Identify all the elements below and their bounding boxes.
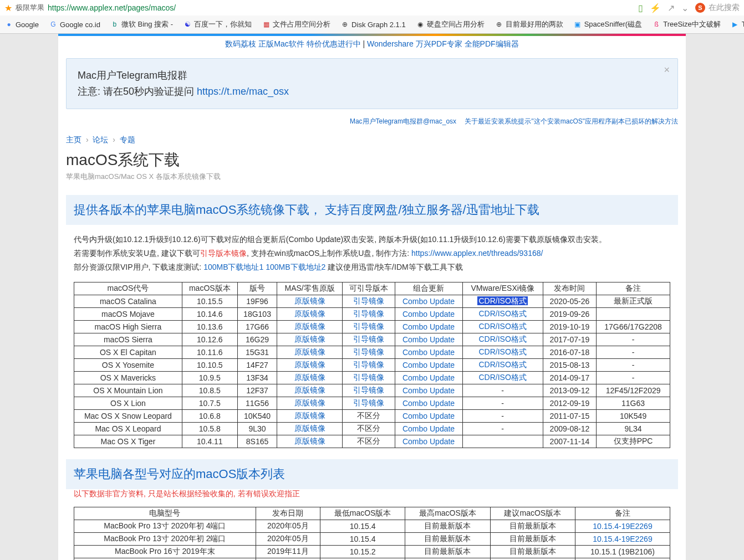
mas-link[interactable]: 原版镜像 (294, 424, 325, 433)
speed-test-1[interactable]: 100MB下载地址1 (203, 263, 263, 271)
combo-link[interactable]: Combo Update (402, 322, 455, 331)
combo-link[interactable]: Combo Update (402, 386, 455, 395)
boot-link[interactable]: 引导镜像 (353, 398, 384, 407)
combo-link[interactable]: Combo Update (402, 361, 455, 369)
bookmark-item[interactable]: ▶Treesize Pro7破 (731, 19, 744, 29)
promo-link-2[interactable]: Wondershare 万兴PDF专家 全能PDF编辑器 (367, 39, 519, 48)
mas-link[interactable]: 原版镜像 (294, 335, 325, 343)
mas-link[interactable]: 原版镜像 (294, 411, 325, 420)
combo-link[interactable]: Combo Update (402, 437, 455, 446)
para-line-2: 若需要制作系统安装U盘, 建议下载可引导版本镜像, 支持在win或macOS上制… (74, 246, 670, 260)
combo-link[interactable]: Combo Update (402, 412, 455, 420)
bookmark-item[interactable]: ⊕Disk Graph 2.1.1 (340, 20, 406, 29)
mas-link[interactable]: 原版镜像 (294, 309, 325, 318)
table-header-cell: 可引导版本 (342, 282, 395, 295)
notice-title: Mac用户Telegram电报群 (78, 68, 666, 84)
speed-test-2[interactable]: 100MB下载地址2 (266, 263, 325, 271)
bookmark-item[interactable]: ☯百度一下，你就知 (183, 19, 252, 29)
boot-link[interactable]: 引导镜像 (353, 373, 384, 382)
mas-link[interactable]: 原版镜像 (294, 347, 325, 356)
boot-cell: 不区分 (342, 423, 395, 435)
boot-link[interactable]: 引导镜像 (353, 360, 384, 369)
chevron-down-icon[interactable]: ⌄ (681, 3, 689, 13)
note-cell: 11G63 (597, 397, 670, 410)
crumb-topic[interactable]: 专题 (120, 135, 135, 144)
boot-link[interactable]: 引导镜像 (353, 335, 384, 343)
combo-link[interactable]: Combo Update (402, 310, 455, 318)
lightning-icon[interactable]: ⚡ (650, 3, 661, 13)
date-cell: 2019-10-19 (543, 321, 596, 333)
promo-sep: | (363, 39, 368, 48)
vm-link[interactable]: CDR/ISO格式 (478, 322, 526, 331)
vm-link[interactable]: CDR/ISO格式 (478, 309, 526, 318)
sub-link-fix[interactable]: 关于最近安装系统提示"这个安装macOS"应用程序副本已损坏的解决方法 (465, 117, 678, 125)
crumb-forum[interactable]: 论坛 (93, 135, 108, 144)
table-row: MacBook Pro 16寸 2019年末 2019年11月 10.15.2 … (74, 546, 670, 558)
combo-link[interactable]: Combo Update (402, 373, 455, 382)
vm-cell: - (462, 410, 543, 423)
section-heading-1: 提供各版本的苹果电脑macOS系统镜像下载， 支持百度网盘/独立服务器/迅雷地址… (66, 195, 678, 225)
url-text[interactable]: https://www.applex.net/pages/macos/ (48, 3, 176, 12)
table-row: Mac OS X Snow Leopard10.6.810K540原版镜像不区分… (74, 410, 670, 423)
bookmark-item[interactable]: ▣SpaceSniffer(磁盘 (573, 19, 643, 29)
mas-link[interactable]: 原版镜像 (294, 398, 325, 407)
combo-link[interactable]: Combo Update (402, 348, 455, 357)
bookmark-icon: ⊕ (495, 20, 503, 29)
bookmark-item[interactable]: ⊕目前最好用的两款 (495, 19, 563, 29)
vm-link[interactable]: CDR/ISO格式 (477, 296, 527, 305)
bookmark-item[interactable]: GGoogle co.id (49, 20, 100, 29)
combo-link[interactable]: Combo Update (402, 424, 455, 433)
boot-link[interactable]: 引导镜像 (353, 309, 384, 318)
vm-link[interactable]: CDR/ISO格式 (478, 360, 526, 369)
table-row: OS X Mountain Lion10.8.512F37原版镜像引导镜像Com… (74, 384, 670, 397)
bookmark-item[interactable]: b微软 Bing 搜索 - (110, 19, 173, 29)
build-cell: 9L30 (237, 423, 277, 435)
boot-link[interactable]: 引导镜像 (353, 386, 384, 394)
build-cell: 17G66 (237, 321, 277, 333)
note-link[interactable]: 10.15.4-19E2269 (593, 535, 652, 543)
vm-link[interactable]: CDR/ISO格式 (478, 335, 526, 343)
vm-link[interactable]: CDR/ISO格式 (478, 347, 526, 356)
close-icon[interactable]: × (664, 64, 670, 76)
bookmark-label: 百度一下，你就知 (194, 19, 252, 29)
boot-link[interactable]: 引导镜像 (353, 347, 384, 356)
sub-link-telegram[interactable]: Mac用户Telegram电报群@mac_osx (350, 117, 456, 125)
vm-link[interactable]: CDR/ISO格式 (478, 373, 526, 382)
boot-link[interactable]: 引导镜像 (353, 296, 384, 305)
mas-link[interactable]: 原版镜像 (294, 322, 325, 331)
guide-link[interactable]: https://www.applex.net/threads/93168/ (411, 249, 543, 258)
favorite-icon[interactable]: ★ (4, 3, 12, 13)
mas-link[interactable]: 原版镜像 (294, 373, 325, 382)
table-header-cell: 组合更新 (395, 282, 462, 295)
note-cell: 10K549 (597, 410, 670, 423)
build-cell: 19F96 (237, 295, 277, 308)
bookmark-item[interactable]: ßTreeSize中文破解 (652, 19, 721, 29)
share-icon[interactable]: ↗ (667, 3, 675, 13)
search-box[interactable]: S 在此搜索 (695, 3, 740, 13)
mas-link[interactable]: 原版镜像 (294, 360, 325, 369)
release-cell: 2019年11月 (256, 546, 320, 558)
note-link[interactable]: 10.15.4-19E2269 (593, 522, 652, 531)
bookmark-item[interactable]: ◉硬盘空间占用分析 (416, 19, 485, 29)
mas-link[interactable]: 原版镜像 (294, 296, 325, 305)
bookmark-item[interactable]: ●Google (4, 20, 39, 29)
mas-cell: 原版镜像 (277, 423, 343, 435)
mas-cell: 原版镜像 (277, 372, 343, 384)
crumb-home[interactable]: 主页 (66, 135, 81, 144)
bookmark-item[interactable]: ▦文件占用空间分析 (262, 19, 330, 29)
notice-link[interactable]: https://t.me/mac_osx (197, 86, 289, 97)
promo-link-1[interactable]: 数码荔枝 正版Mac软件 特价优惠进行中 (225, 39, 360, 48)
mas-link[interactable]: 原版镜像 (294, 386, 325, 394)
combo-link[interactable]: Combo Update (402, 399, 455, 408)
book-icon[interactable]: ▯ (638, 3, 643, 13)
combo-link[interactable]: Combo Update (402, 335, 455, 344)
boot-link[interactable]: 引导镜像 (353, 322, 384, 331)
combo-link[interactable]: Combo Update (402, 297, 455, 306)
table-row: macOS Catalina10.15.519F96原版镜像引导镜像Combo … (74, 295, 670, 308)
model-cell: MacBook Pro 13寸 2020年初 4端口 (74, 520, 256, 533)
mas-link[interactable]: 原版镜像 (294, 436, 325, 445)
model-cell: MacBook Pro 13寸 2019年中期 2端口 (74, 558, 256, 560)
max-cell: 目前最新版本 (405, 546, 490, 558)
boot-cell: 引导镜像 (342, 397, 395, 410)
combo-cell: Combo Update (395, 295, 462, 308)
